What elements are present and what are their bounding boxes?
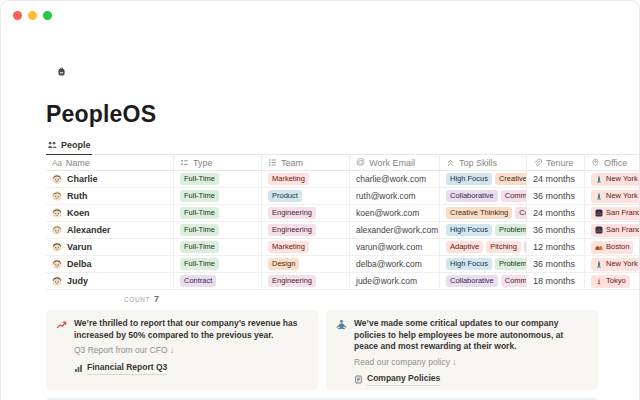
statue-of-liberty-icon	[595, 175, 603, 183]
skills-cell[interactable]: High FocusCreative Thinking	[440, 171, 527, 187]
tag: Full-Time	[180, 190, 219, 203]
column-header-name[interactable]: AaName	[46, 155, 174, 170]
team-cell[interactable]: Design	[262, 256, 350, 272]
name-cell[interactable]: Alexander	[46, 222, 174, 238]
name-text: Ruth	[67, 191, 88, 201]
column-label: Type	[193, 158, 213, 168]
office-cell[interactable]: New York	[585, 256, 640, 272]
tag: Collaborative	[446, 275, 498, 288]
avatar	[52, 242, 62, 252]
name-cell[interactable]: Varun	[46, 239, 174, 255]
tenure-cell[interactable]: 12 months	[527, 239, 585, 255]
email-cell[interactable]: alexander@work.com	[350, 222, 440, 238]
minimize-window-button[interactable]	[28, 11, 37, 20]
name-cell[interactable]: Koen	[46, 205, 174, 221]
type-cell[interactable]: Full-Time	[174, 222, 262, 238]
peopleos-page: { "window": { "traffic_lights": { "close…	[0, 0, 640, 400]
skills-cell[interactable]: CollaborativeCommunication	[440, 188, 527, 204]
paperclip-icon	[533, 158, 542, 167]
tag: Full-Time	[180, 173, 219, 186]
tag: Engineering	[268, 207, 316, 220]
type-cell[interactable]: Full-Time	[174, 205, 262, 221]
tag: Full-Time	[180, 207, 219, 220]
office-cell[interactable]: Tokyo	[585, 273, 640, 289]
office-cell[interactable]: Boston	[585, 239, 640, 255]
skills-cell[interactable]: AdaptivePitchingContrarian	[440, 239, 527, 255]
type-cell[interactable]: Full-Time	[174, 188, 262, 204]
email-cell[interactable]: delba@work.com	[350, 256, 440, 272]
tenure-cell[interactable]: 36 months	[527, 222, 585, 238]
backpack-icon[interactable]	[46, 54, 76, 88]
table-row: AlexanderFull-TimeEngineeringalexander@w…	[46, 222, 640, 239]
tenure-cell[interactable]: 18 months	[527, 273, 585, 289]
name-cell[interactable]: Charlie	[46, 171, 174, 187]
revenue-callout-subtext: Q3 Report from our CFO ↓	[74, 345, 308, 357]
count-row[interactable]: COUNT 7	[124, 293, 639, 305]
page-title: PeopleOS	[46, 101, 639, 128]
name-cell[interactable]: Ruth	[46, 188, 174, 204]
pin-icon	[591, 158, 600, 167]
tag: Full-Time	[180, 258, 219, 271]
tag-label: Pitching	[490, 243, 517, 251]
tag: Contract	[180, 275, 216, 288]
zoom-window-button[interactable]	[43, 11, 52, 20]
email-cell[interactable]: varun@work.com	[350, 239, 440, 255]
tag-label: Marketing	[272, 175, 305, 183]
type-cell[interactable]: Full-Time	[174, 256, 262, 272]
revenue-callout-text: We’re thrilled to report that our compan…	[74, 318, 308, 341]
tag: Engineering	[268, 224, 316, 237]
team-cell[interactable]: Marketing	[262, 239, 350, 255]
multi-select-icon	[268, 158, 277, 167]
name-text: Charlie	[67, 174, 98, 184]
bar-chart-icon	[74, 364, 83, 373]
office-cell[interactable]: San Francisco	[585, 222, 640, 238]
email-cell[interactable]: jude@work.com	[350, 273, 440, 289]
houses-icon	[595, 243, 603, 251]
close-window-button[interactable]	[13, 11, 22, 20]
tag: Communication	[515, 207, 527, 220]
column-header-type[interactable]: Type	[174, 155, 262, 170]
tenure-cell[interactable]: 24 months	[527, 205, 585, 221]
tag: Communication	[501, 190, 527, 203]
office-cell[interactable]: New York	[585, 188, 640, 204]
office-cell[interactable]: New York	[585, 171, 640, 187]
team-cell[interactable]: Marketing	[262, 171, 350, 187]
chart-increasing-icon	[56, 319, 67, 330]
type-cell[interactable]: Contract	[174, 273, 262, 289]
skills-cell[interactable]: Creative ThinkingCommunication	[440, 205, 527, 221]
team-cell[interactable]: Engineering	[262, 222, 350, 238]
column-header-team[interactable]: Team	[262, 155, 350, 170]
skills-cell[interactable]: High FocusProblem Solving	[440, 256, 527, 272]
tenure-cell[interactable]: 36 months	[527, 188, 585, 204]
tenure-cell[interactable]: 36 months	[527, 256, 585, 272]
column-header-tenure[interactable]: Tenure	[527, 155, 585, 170]
name-cell[interactable]: Judy	[46, 273, 174, 289]
office-cell[interactable]: San Francisco	[585, 205, 640, 221]
column-header-office[interactable]: Office	[585, 155, 640, 170]
company-policies-link[interactable]: Company Policies	[354, 373, 588, 386]
tag: High Focus	[446, 224, 492, 237]
skills-cell[interactable]: CollaborativeCommunication	[440, 273, 527, 289]
policy-callout: We’ve made some critical updates to our …	[326, 310, 598, 390]
tenure-cell[interactable]: 24 months	[527, 171, 585, 187]
skills-cell[interactable]: High FocusProblem Solving	[440, 222, 527, 238]
email-cell[interactable]: ruth@work.com	[350, 188, 440, 204]
type-cell[interactable]: Full-Time	[174, 239, 262, 255]
select-icon	[180, 158, 189, 167]
team-cell[interactable]: Engineering	[262, 205, 350, 221]
tag-label: Engineering	[272, 226, 312, 234]
financial-report-link[interactable]: Financial Report Q3	[74, 362, 308, 375]
bridge-icon	[595, 226, 603, 234]
email-cell[interactable]: charlie@work.com	[350, 171, 440, 187]
tag-label: High Focus	[450, 260, 488, 268]
email-cell[interactable]: koen@work.com	[350, 205, 440, 221]
team-cell[interactable]: Engineering	[262, 273, 350, 289]
column-header-work-email[interactable]: @Work Email	[350, 155, 440, 170]
tab-people[interactable]: People	[46, 138, 92, 155]
office-tag: New York	[591, 173, 640, 186]
type-cell[interactable]: Full-Time	[174, 171, 262, 187]
name-cell[interactable]: Delba	[46, 256, 174, 272]
column-header-top-skills[interactable]: Top Skills	[440, 155, 527, 170]
column-label: Team	[281, 158, 303, 168]
team-cell[interactable]: Product	[262, 188, 350, 204]
